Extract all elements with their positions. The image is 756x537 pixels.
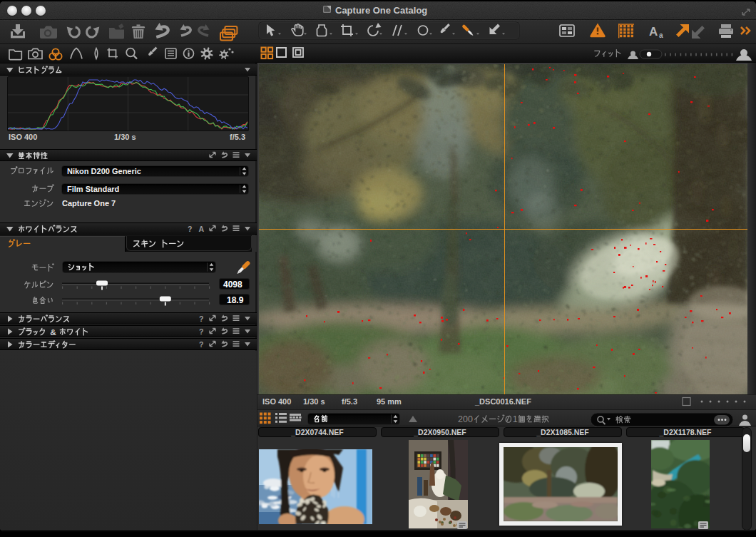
svg-text:1: 1 xyxy=(513,414,518,424)
svg-text:?: ? xyxy=(199,314,203,323)
svg-text:?: ? xyxy=(199,327,203,336)
svg-text:?: ? xyxy=(188,225,192,233)
svg-text:A: A xyxy=(199,225,205,233)
svg-text:200: 200 xyxy=(458,414,473,424)
svg-text:A: A xyxy=(649,25,658,39)
svg-text:?: ? xyxy=(199,340,203,349)
svg-text:a: a xyxy=(659,31,663,39)
svg-text:&: & xyxy=(50,327,56,337)
